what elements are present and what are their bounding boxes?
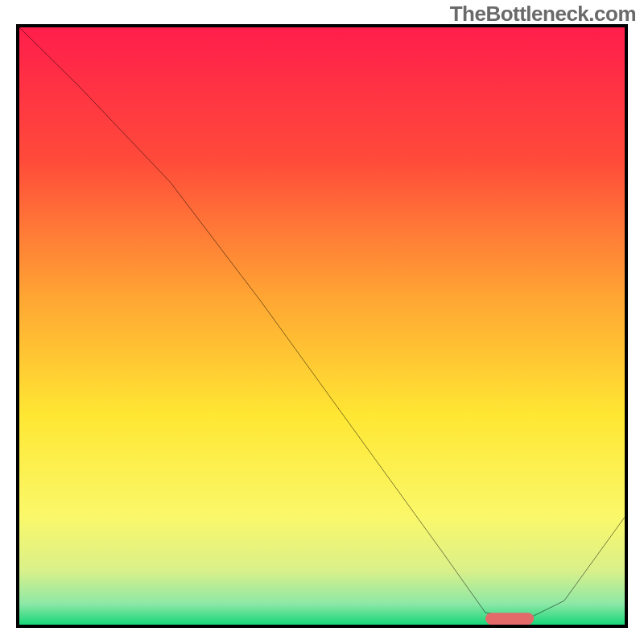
gradient-background: [19, 27, 625, 625]
chart-plot-area: [16, 24, 628, 628]
chart-frame: TheBottleneck.com: [0, 0, 644, 644]
watermark-text: TheBottleneck.com: [450, 2, 636, 27]
chart-svg: [19, 27, 625, 625]
optimal-range-marker: [485, 613, 534, 625]
